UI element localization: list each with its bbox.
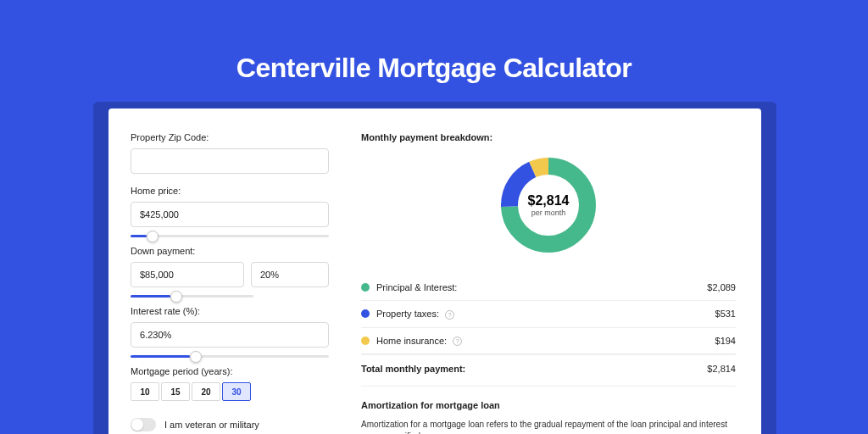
breakdown-value: $2,089 [707, 282, 736, 292]
period-option-20[interactable]: 20 [192, 382, 220, 401]
breakdown-total-row: Total monthly payment: $2,814 [361, 354, 736, 386]
interest-input[interactable] [131, 322, 329, 348]
page-title: Centerville Mortgage Calculator [0, 0, 868, 84]
breakdown-label-text: Home insurance: [376, 336, 447, 346]
donut-chart: $2,814 per month [498, 154, 599, 256]
down-payment-slider-fill [131, 295, 170, 298]
breakdown-column: Monthly payment breakdown: $2,814 per mo… [346, 108, 761, 434]
period-group: Mortgage period (years): 10 15 20 30 [131, 366, 329, 401]
donut-center-amount: $2,814 [528, 193, 570, 209]
breakdown-row-principal: Principal & Interest: $2,089 [361, 275, 736, 301]
interest-group: Interest rate (%): [131, 306, 329, 354]
info-icon[interactable]: ? [453, 337, 462, 346]
breakdown-value: $531 [715, 309, 736, 319]
home-price-slider-fill [131, 235, 147, 237]
dot-icon [361, 309, 370, 318]
amortization-text: Amortization for a mortgage loan refers … [361, 419, 736, 434]
veteran-toggle[interactable] [131, 418, 156, 431]
page-root: Centerville Mortgage Calculator Property… [0, 0, 868, 434]
breakdown-heading: Monthly payment breakdown: [361, 132, 736, 142]
home-price-slider-track [131, 235, 329, 237]
home-price-slider-thumb[interactable] [147, 231, 159, 242]
donut-center: $2,814 per month [528, 193, 570, 217]
breakdown-row-taxes: Property taxes: ? $531 [361, 301, 736, 328]
veteran-row: I am veteran or military [131, 418, 329, 431]
period-options: 10 15 20 30 [131, 382, 329, 401]
breakdown-label: Home insurance: ? [376, 336, 715, 347]
total-label: Total monthly payment: [361, 364, 707, 374]
dot-icon [361, 283, 370, 292]
home-price-group: Home price: [131, 186, 329, 234]
info-icon[interactable]: ? [445, 310, 454, 320]
down-payment-row [131, 262, 329, 287]
amortization-heading: Amortization for mortgage loan [361, 400, 736, 410]
period-label: Mortgage period (years): [131, 366, 329, 376]
breakdown-value: $194 [715, 336, 736, 346]
down-payment-slider-thumb[interactable] [170, 291, 182, 303]
period-option-15[interactable]: 15 [161, 382, 190, 401]
donut-center-sub: per month [528, 209, 570, 217]
veteran-label: I am veteran or military [164, 420, 259, 430]
home-price-label: Home price: [131, 186, 329, 196]
breakdown-row-insurance: Home insurance: ? $194 [361, 328, 736, 355]
period-option-30[interactable]: 30 [222, 382, 251, 401]
down-payment-pct-input[interactable] [251, 262, 329, 287]
dot-icon [361, 337, 370, 345]
form-column: Property Zip Code: Home price: Down paym… [108, 108, 346, 434]
home-price-input[interactable] [131, 202, 329, 227]
breakdown-label: Property taxes: ? [376, 309, 715, 320]
period-option-10[interactable]: 10 [131, 382, 159, 401]
interest-slider-thumb[interactable] [190, 351, 202, 363]
zip-input[interactable] [131, 148, 329, 174]
interest-slider-fill [131, 355, 190, 358]
calculator-panel: Property Zip Code: Home price: Down paym… [108, 108, 761, 434]
down-payment-label: Down payment: [131, 246, 329, 256]
breakdown-label: Principal & Interest: [376, 282, 707, 292]
down-payment-input[interactable] [131, 262, 244, 287]
zip-group: Property Zip Code: [131, 132, 329, 174]
zip-label: Property Zip Code: [131, 132, 329, 142]
veteran-toggle-knob [131, 419, 143, 431]
interest-label: Interest rate (%): [131, 306, 329, 316]
breakdown-label-text: Property taxes: [376, 309, 439, 319]
donut-container: $2,814 per month [361, 154, 736, 256]
amortization-section: Amortization for mortgage loan Amortizat… [361, 386, 736, 434]
total-value: $2,814 [707, 364, 736, 374]
down-payment-group: Down payment: [131, 246, 329, 294]
